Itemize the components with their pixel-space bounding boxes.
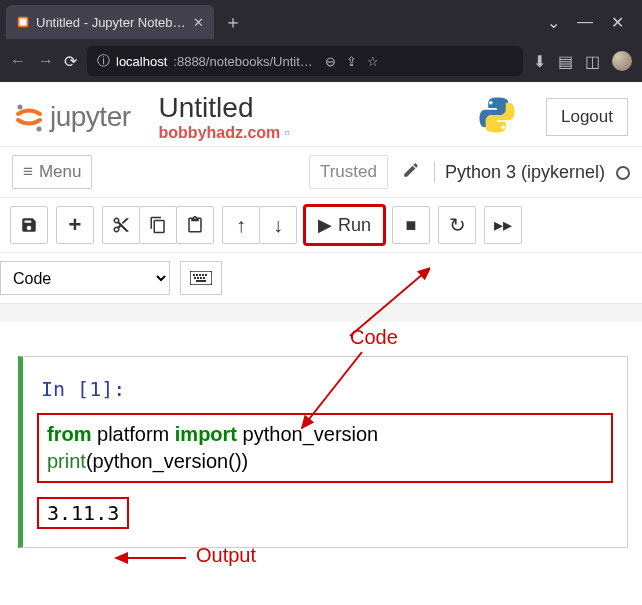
svg-rect-11 <box>205 274 207 276</box>
nav-arrows: ← → <box>10 52 54 70</box>
output-text: 3.11.3 <box>37 497 129 529</box>
subtitle-text: bobbyhadz.com <box>159 124 281 141</box>
jupyter-logo[interactable]: jupyter <box>14 101 131 133</box>
nav-back-icon[interactable]: ← <box>10 52 26 70</box>
edit-icon[interactable] <box>396 155 426 189</box>
save-button[interactable] <box>10 206 48 244</box>
tab-favicon <box>16 15 30 29</box>
svg-rect-14 <box>200 277 202 279</box>
window-minimize-icon[interactable]: — <box>576 13 594 32</box>
url-bar[interactable]: ⓘ localhost:8888/notebooks/Untit… ⊖ ⇪ ☆ <box>87 46 523 76</box>
cut-button[interactable] <box>102 206 140 244</box>
jupyter-header: jupyter Untitled bobbyhadz.com▫ Logout <box>0 82 642 146</box>
share-icon[interactable]: ⇪ <box>346 54 357 69</box>
bookmark-icon[interactable]: ☆ <box>367 54 379 69</box>
code-cell[interactable]: In [1]: from platform import python_vers… <box>18 356 628 548</box>
add-cell-button[interactable]: + <box>56 206 94 244</box>
svg-rect-8 <box>196 274 198 276</box>
window-close-icon[interactable]: ✕ <box>608 13 626 32</box>
move-group: ↑ ↓ <box>222 206 297 244</box>
play-icon: ▶ <box>318 214 332 236</box>
logout-button[interactable]: Logout <box>546 98 628 136</box>
code-import-name: python_version <box>237 423 378 445</box>
site-info-icon[interactable]: ⓘ <box>97 52 110 70</box>
svg-point-5 <box>501 126 505 130</box>
command-palette-button[interactable] <box>180 261 222 295</box>
window-dropdown-icon[interactable]: ⌄ <box>544 13 562 32</box>
extensions-icon[interactable]: ▤ <box>558 52 573 71</box>
tab-strip: Untitled - Jupyter Notebook ✕ ＋ ⌄ — ✕ <box>0 0 642 40</box>
trusted-indicator[interactable]: Trusted <box>309 155 388 189</box>
code-call: python_version <box>93 450 229 472</box>
new-tab-button[interactable]: ＋ <box>218 7 248 37</box>
separator-lane <box>0 304 642 322</box>
interrupt-button[interactable]: ■ <box>392 206 430 244</box>
code-call-parens: () <box>228 450 241 472</box>
download-icon[interactable]: ⬇ <box>533 52 546 71</box>
input-prompt: In [1]: <box>41 377 613 401</box>
run-button[interactable]: ▶ Run <box>305 206 384 244</box>
restart-button[interactable]: ↻ <box>438 206 476 244</box>
zoom-icon[interactable]: ⊖ <box>325 54 336 69</box>
toolbar-secondary: Code <box>0 253 642 304</box>
reader-icon[interactable]: ◫ <box>585 52 600 71</box>
tab-title: Untitled - Jupyter Notebook <box>36 15 187 30</box>
kernel-name: Python 3 (ipykernel) <box>445 162 605 182</box>
edit-group <box>102 206 214 244</box>
code-module: platform <box>91 423 174 445</box>
svg-rect-13 <box>197 277 199 279</box>
run-label: Run <box>338 215 371 236</box>
jupyter-logo-text: jupyter <box>50 101 131 133</box>
url-action-icons: ⊖ ⇪ ☆ <box>325 54 379 69</box>
toolbar: + ↑ ↓ ▶ Run ■ ↻ ▸▸ <box>0 198 642 253</box>
svg-rect-10 <box>202 274 204 276</box>
kernel-status-icon <box>616 166 630 180</box>
annotation-output-label: Output <box>196 544 256 567</box>
kernel-indicator[interactable]: Python 3 (ipykernel) <box>434 162 630 183</box>
annotation-arrow-to-output <box>108 546 198 570</box>
tab-close-icon[interactable]: ✕ <box>193 15 204 30</box>
code-kw-from: from <box>47 423 91 445</box>
hamburger-icon: ≡ <box>23 162 33 182</box>
python-logo <box>476 94 518 140</box>
url-path: :8888/notebooks/Untit… <box>173 54 312 69</box>
toolbar-extensions: ⬇ ▤ ◫ <box>533 51 632 71</box>
paste-button[interactable] <box>176 206 214 244</box>
svg-point-3 <box>37 127 42 132</box>
notebook-area: Code In [1]: from platform import python… <box>0 322 642 548</box>
celltype-select[interactable]: Code <box>0 261 170 295</box>
svg-point-4 <box>489 101 493 105</box>
notebook-title[interactable]: Untitled <box>159 92 290 124</box>
browser-tab[interactable]: Untitled - Jupyter Notebook ✕ <box>6 5 214 39</box>
move-up-button[interactable]: ↑ <box>222 206 260 244</box>
annotation-code-label: Code <box>350 326 398 349</box>
url-host: localhost <box>116 54 167 69</box>
svg-rect-12 <box>194 277 196 279</box>
code-paren-close: ) <box>242 450 249 472</box>
copy-button[interactable] <box>139 206 177 244</box>
svg-rect-7 <box>193 274 195 276</box>
svg-rect-9 <box>199 274 201 276</box>
code-fn-print: print <box>47 450 86 472</box>
move-down-button[interactable]: ↓ <box>259 206 297 244</box>
jupyter-logo-icon <box>14 101 44 133</box>
restart-run-all-button[interactable]: ▸▸ <box>484 206 522 244</box>
code-kw-import: import <box>175 423 237 445</box>
profile-avatar[interactable] <box>612 51 632 71</box>
menubar: ≡ Menu Trusted Python 3 (ipykernel) <box>0 146 642 198</box>
address-bar-row: ← → ⟳ ⓘ localhost:8888/notebooks/Untit… … <box>0 40 642 82</box>
reload-icon[interactable]: ⟳ <box>64 52 77 71</box>
code-input[interactable]: from platform import python_version prin… <box>37 413 613 483</box>
code-paren-open: ( <box>86 450 93 472</box>
notebook-subtitle: bobbyhadz.com▫ <box>159 124 290 142</box>
nav-forward-icon[interactable]: → <box>38 52 54 70</box>
svg-rect-15 <box>203 277 205 279</box>
svg-point-2 <box>18 105 23 110</box>
menu-label: Menu <box>39 162 82 182</box>
cube-icon: ▫ <box>284 124 290 141</box>
svg-rect-1 <box>20 19 27 26</box>
window-controls: ⌄ — ✕ <box>544 13 636 32</box>
menu-button[interactable]: ≡ Menu <box>12 155 92 189</box>
svg-rect-16 <box>196 280 206 282</box>
notebook-title-wrap: Untitled bobbyhadz.com▫ <box>159 92 290 142</box>
